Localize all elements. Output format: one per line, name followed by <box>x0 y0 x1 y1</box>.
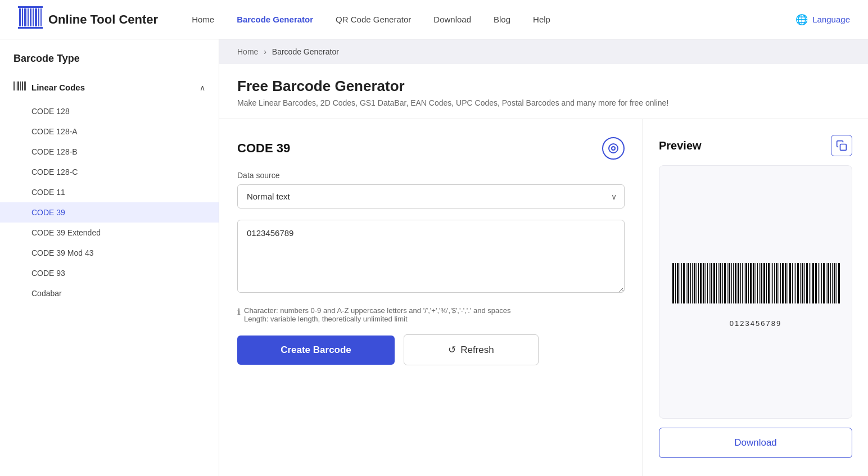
nav-blog[interactable]: Blog <box>494 15 510 24</box>
globe-icon: 🌐 <box>795 13 808 26</box>
page-title: Free Barcode Generator <box>237 78 850 95</box>
section-chevron-icon: ∧ <box>200 83 205 92</box>
sidebar-item-code11[interactable]: CODE 11 <box>0 182 219 202</box>
svg-rect-90 <box>821 263 822 303</box>
svg-point-18 <box>609 144 618 153</box>
nav-barcode-generator[interactable]: Barcode Generator <box>237 15 313 24</box>
navbar: Online Tool Center Home Barcode Generato… <box>0 0 868 39</box>
svg-rect-95 <box>832 263 833 303</box>
breadcrumb-current: Barcode Generator <box>272 47 339 56</box>
svg-rect-29 <box>690 263 691 303</box>
info-icon: ℹ <box>237 307 241 317</box>
logo-barcode-icon <box>18 6 43 33</box>
sidebar-item-code93[interactable]: CODE 93 <box>0 263 219 283</box>
svg-rect-82 <box>804 263 805 303</box>
nav-help[interactable]: Help <box>533 15 550 24</box>
nav-download[interactable]: Download <box>433 15 471 24</box>
svg-rect-35 <box>703 263 704 303</box>
svg-rect-74 <box>788 263 788 303</box>
svg-rect-77 <box>794 263 794 303</box>
language-selector[interactable]: 🌐 Language <box>795 13 850 26</box>
sidebar-item-code128c[interactable]: CODE 128-C <box>0 162 219 182</box>
svg-rect-36 <box>706 263 706 303</box>
sidebar-item-codabar[interactable]: Codabar <box>0 283 219 303</box>
preview-panel: Preview <box>643 119 868 476</box>
nav-links: Home Barcode Generator QR Code Generator… <box>192 15 795 24</box>
settings-button[interactable] <box>602 137 625 160</box>
breadcrumb-home[interactable]: Home <box>237 47 258 56</box>
data-source-field: Data source Normal text Hexadecimal Base… <box>237 171 625 208</box>
svg-rect-96 <box>834 263 835 303</box>
sidebar-item-code39mod43[interactable]: CODE 39 Mod 43 <box>0 243 219 263</box>
svg-rect-79 <box>797 263 799 303</box>
svg-point-19 <box>612 147 615 150</box>
refresh-icon: ↺ <box>448 344 456 356</box>
nav-qr-code-generator[interactable]: QR Code Generator <box>336 15 411 24</box>
hint-content: Character: numbers 0-9 and A-Z uppercase… <box>244 306 511 323</box>
svg-rect-84 <box>809 263 810 303</box>
sidebar-item-code39extended[interactable]: CODE 39 Extended <box>0 223 219 243</box>
svg-rect-20 <box>840 144 847 151</box>
sidebar-title: Barcode Type <box>0 53 219 74</box>
preview-title: Preview <box>659 139 702 152</box>
svg-rect-58 <box>753 263 754 303</box>
tool-area: CODE 39 Data source Normal text Hexadeci… <box>219 119 868 476</box>
svg-rect-93 <box>828 263 829 303</box>
logo-text: Online Tool Center <box>48 12 158 27</box>
svg-rect-5 <box>33 8 34 26</box>
linear-codes-section-header[interactable]: Linear Codes ∧ <box>0 74 219 101</box>
svg-rect-25 <box>681 263 682 303</box>
svg-rect-17 <box>25 81 26 90</box>
data-source-select[interactable]: Normal text Hexadecimal Base64 <box>237 184 625 208</box>
page-header: Free Barcode Generator Make Linear Barco… <box>219 64 868 119</box>
sidebar-item-code128a[interactable]: CODE 128-A <box>0 121 219 142</box>
refresh-label: Refresh <box>460 344 494 356</box>
nav-home[interactable]: Home <box>192 15 214 24</box>
copy-button[interactable] <box>831 135 852 156</box>
svg-rect-1 <box>22 8 23 26</box>
hint-text: ℹ Character: numbers 0-9 and A-Z upperca… <box>237 306 625 323</box>
panel-title-row: CODE 39 <box>237 137 625 160</box>
svg-rect-64 <box>766 263 767 303</box>
language-label: Language <box>812 15 850 24</box>
svg-rect-60 <box>757 263 758 303</box>
logo-link[interactable]: Online Tool Center <box>18 6 158 33</box>
refresh-button[interactable]: ↺ Refresh <box>404 334 539 365</box>
svg-rect-32 <box>697 263 697 303</box>
svg-rect-13 <box>17 81 19 90</box>
svg-rect-31 <box>694 263 695 303</box>
svg-rect-56 <box>748 263 749 303</box>
svg-rect-63 <box>763 263 765 303</box>
svg-rect-0 <box>19 8 21 26</box>
svg-rect-12 <box>16 81 16 90</box>
svg-rect-46 <box>727 263 727 303</box>
sidebar-item-code128[interactable]: CODE 128 <box>0 101 219 121</box>
svg-rect-80 <box>800 263 801 303</box>
svg-rect-7 <box>38 8 39 26</box>
svg-rect-50 <box>735 263 736 303</box>
svg-rect-8 <box>40 8 42 26</box>
svg-rect-30 <box>692 263 693 303</box>
sidebar-item-code128b[interactable]: CODE 128-B <box>0 142 219 162</box>
sidebar-item-code39[interactable]: CODE 39 <box>0 202 219 223</box>
download-button[interactable]: Download <box>659 428 852 458</box>
svg-rect-52 <box>740 263 741 303</box>
svg-rect-73 <box>785 263 786 303</box>
svg-rect-42 <box>718 263 718 303</box>
svg-rect-55 <box>745 263 747 303</box>
svg-rect-21 <box>672 263 674 303</box>
svg-rect-39 <box>711 263 712 303</box>
svg-rect-65 <box>768 263 770 303</box>
sidebar: Barcode Type Linear Codes ∧ <box>0 39 219 476</box>
editor-panel-title: CODE 39 <box>237 141 290 156</box>
create-barcode-button[interactable]: Create Barcode <box>237 336 395 365</box>
svg-rect-70 <box>779 263 779 303</box>
svg-rect-26 <box>683 263 685 303</box>
svg-rect-75 <box>789 263 791 303</box>
svg-rect-49 <box>733 263 734 303</box>
svg-rect-41 <box>716 263 717 303</box>
barcode-preview-area: 0123456789 <box>659 165 852 419</box>
svg-rect-37 <box>707 263 708 303</box>
barcode-text-input[interactable]: 0123456789 <box>237 220 625 293</box>
svg-rect-51 <box>738 263 739 303</box>
